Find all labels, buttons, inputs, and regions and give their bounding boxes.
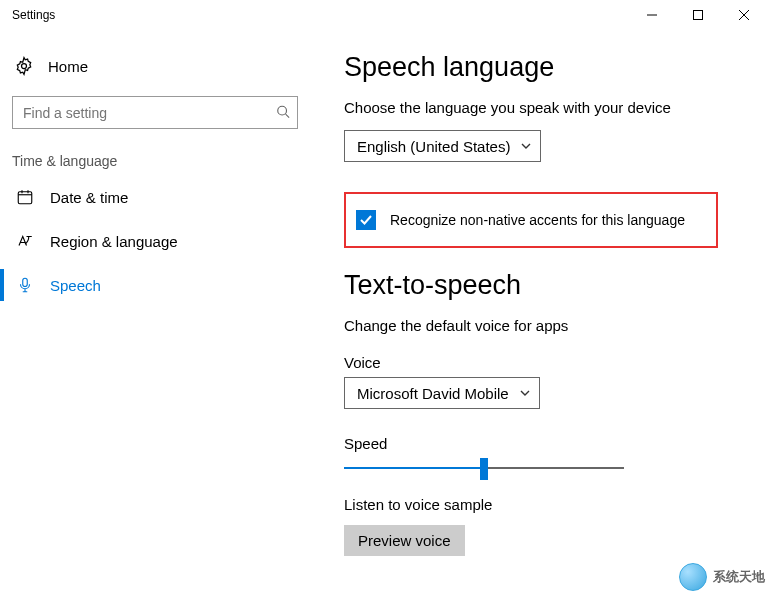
speed-label: Speed (344, 435, 737, 452)
sidebar-item-label: Speech (50, 277, 101, 294)
slider-thumb[interactable] (480, 458, 488, 480)
preview-voice-button[interactable]: Preview voice (344, 525, 465, 556)
svg-rect-11 (23, 278, 28, 286)
select-value: Microsoft David Mobile (357, 385, 509, 402)
listen-label: Listen to voice sample (344, 496, 737, 513)
close-button[interactable] (721, 0, 767, 30)
sidebar-category: Time & language (0, 143, 310, 175)
slider-fill (344, 467, 484, 469)
voice-select[interactable]: Microsoft David Mobile (344, 377, 540, 409)
checkbox-checked-icon (356, 210, 376, 230)
language-icon (16, 232, 34, 250)
speech-language-select[interactable]: English (United States) (344, 130, 541, 162)
speed-slider[interactable] (344, 458, 624, 478)
accent-checkbox-row[interactable]: Recognize non-native accents for this la… (356, 210, 696, 230)
watermark-text: 系统天地 (713, 568, 765, 586)
svg-point-5 (278, 106, 287, 115)
sidebar-item-region-language[interactable]: Region & language (0, 219, 310, 263)
home-nav-item[interactable]: Home (0, 46, 310, 86)
chevron-down-icon (520, 140, 532, 152)
content: Speech language Choose the language you … (310, 30, 767, 593)
search-icon (276, 104, 290, 121)
minimize-button[interactable] (629, 0, 675, 30)
tts-desc: Change the default voice for apps (344, 317, 737, 334)
window-controls (629, 0, 767, 30)
body: Home Time & language Date & time (0, 30, 767, 593)
svg-rect-1 (694, 11, 703, 20)
select-value: English (United States) (357, 138, 510, 155)
gear-icon (14, 56, 34, 76)
maximize-button[interactable] (675, 0, 721, 30)
svg-rect-7 (18, 192, 32, 204)
voice-label: Voice (344, 354, 737, 371)
home-label: Home (48, 58, 88, 75)
clock-icon (16, 188, 34, 206)
sidebar: Home Time & language Date & time (0, 30, 310, 593)
window-title: Settings (12, 8, 55, 22)
search-input[interactable] (12, 96, 298, 129)
titlebar: Settings (0, 0, 767, 30)
sidebar-item-label: Date & time (50, 189, 128, 206)
highlight-box: Recognize non-native accents for this la… (344, 192, 718, 248)
watermark: 系统天地 (679, 563, 765, 591)
speech-language-desc: Choose the language you speak with your … (344, 99, 737, 116)
accent-checkbox-label: Recognize non-native accents for this la… (390, 212, 685, 228)
tts-heading: Text-to-speech (344, 270, 737, 301)
search-wrap (0, 86, 310, 143)
chevron-down-icon (519, 387, 531, 399)
speech-language-heading: Speech language (344, 52, 737, 83)
svg-line-6 (286, 114, 290, 118)
sidebar-item-speech[interactable]: Speech (0, 263, 310, 307)
sidebar-item-date-time[interactable]: Date & time (0, 175, 310, 219)
svg-point-4 (22, 64, 27, 69)
microphone-icon (16, 276, 34, 294)
sidebar-item-label: Region & language (50, 233, 178, 250)
globe-icon (679, 563, 707, 591)
